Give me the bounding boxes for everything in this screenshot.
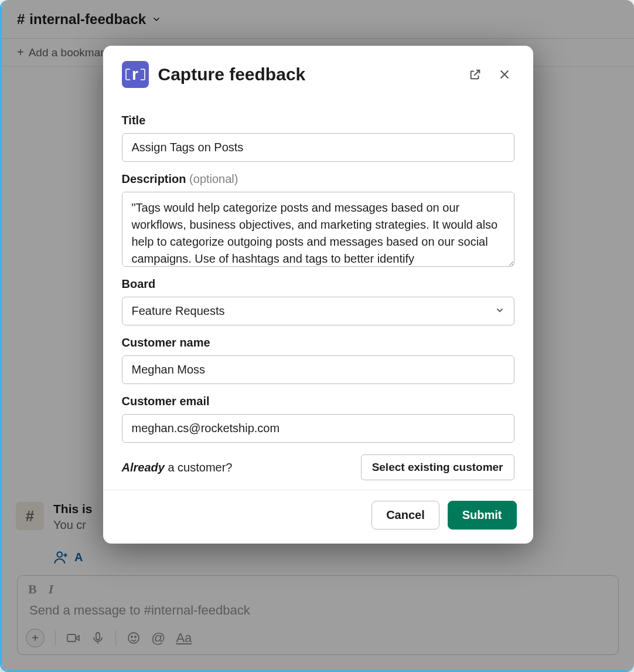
add-people-label: A (74, 551, 83, 564)
chevron-down-icon (152, 15, 161, 24)
submit-button[interactable]: Submit (448, 501, 517, 530)
bookmark-prompt: Add a bookmark (29, 46, 110, 59)
channel-name: internal-feedback (29, 11, 146, 28)
description-label: Description (optional) (122, 172, 514, 186)
board-select[interactable] (122, 297, 514, 325)
svg-point-5 (135, 636, 136, 637)
board-select-wrap (122, 297, 514, 325)
channel-header[interactable]: # internal-feedback (2, 0, 634, 39)
already-customer-row: Already a customer? Select existing cust… (122, 454, 514, 480)
mic-icon[interactable] (91, 631, 105, 645)
already-customer-text: Already a customer? (122, 461, 233, 474)
app-frame: # internal-feedback + Add a bookmark # T… (0, 0, 634, 672)
italic-icon[interactable]: I (49, 582, 54, 597)
bold-icon[interactable]: B (28, 582, 37, 597)
intro-line1: This is (53, 502, 93, 516)
svg-point-4 (131, 636, 132, 637)
composer-input[interactable]: Send a message to #internal-feedback (18, 600, 618, 624)
svg-rect-2 (96, 633, 100, 640)
board-label: Board (122, 277, 514, 291)
modal-header: r Capture feedback (103, 46, 533, 93)
add-person-icon (53, 549, 69, 565)
divider (55, 630, 56, 646)
title-label: Title (122, 114, 514, 127)
customer-email-label: Customer email (122, 395, 514, 408)
divider (115, 630, 116, 646)
cancel-button[interactable]: Cancel (371, 501, 439, 530)
customer-email-input[interactable] (122, 414, 514, 443)
composer-action-row: + @ Aa (18, 624, 618, 654)
channel-hash: # (17, 11, 25, 28)
modal-body: Title Description (optional) Board Custo… (103, 93, 533, 490)
message-composer[interactable]: B I Send a message to #internal-feedback… (17, 575, 619, 655)
customer-name-label: Customer name (122, 336, 514, 349)
mention-icon[interactable]: @ (151, 630, 165, 646)
close-icon (498, 68, 511, 81)
composer-format-row: B I (18, 576, 618, 600)
description-input[interactable] (122, 192, 514, 267)
close-button[interactable] (495, 65, 514, 84)
video-icon[interactable] (66, 631, 80, 645)
modal-title: Capture feedback (158, 65, 456, 84)
add-people-button[interactable]: A (53, 549, 620, 565)
hash-icon: # (16, 502, 44, 530)
app-logo-icon: r (122, 61, 149, 88)
open-external-button[interactable] (465, 65, 485, 84)
svg-point-3 (128, 633, 139, 643)
svg-point-0 (57, 552, 63, 557)
attach-button[interactable]: + (26, 629, 45, 647)
svg-rect-1 (67, 634, 76, 642)
select-existing-customer-button[interactable]: Select existing customer (361, 454, 514, 480)
plus-icon: + (17, 46, 24, 59)
title-input[interactable] (122, 133, 514, 162)
format-icon[interactable]: Aa (176, 630, 192, 646)
intro-text: This is You cr (53, 502, 93, 532)
intro-line2: You cr (53, 518, 93, 532)
optional-hint: (optional) (189, 172, 238, 185)
modal-footer: Cancel Submit (103, 490, 533, 544)
capture-feedback-modal: r Capture feedback Title Description (op… (103, 46, 533, 544)
customer-name-input[interactable] (122, 355, 514, 384)
emoji-icon[interactable] (127, 631, 141, 645)
external-link-icon (469, 68, 482, 81)
